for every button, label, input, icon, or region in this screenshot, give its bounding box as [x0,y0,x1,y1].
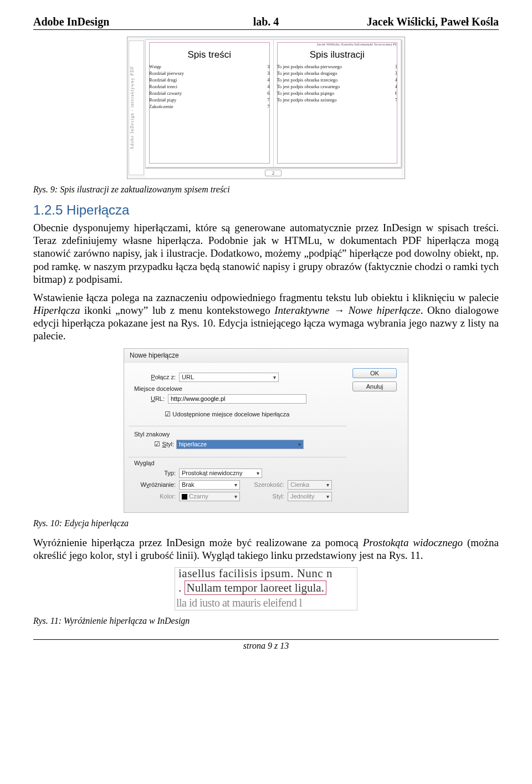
linkto-label: Połącz z: [134,374,179,380]
page-number-box: 2 [265,170,282,176]
toc-row: Zakończenie7 [149,104,270,109]
figure-hyperlink-sample: iasellus facilisis ipsum. Nunc n . Nulla… [175,567,357,610]
page-meta: Jacek Wiślicki, Katedra Informatyki Stos… [277,42,398,47]
page-header: Adobe InDesign lab. 4 Jacek Wiślicki, Pa… [33,16,499,30]
figure-toc-spread: Adobe InDesign - interaktywny PDF Spis t… [127,37,405,179]
document-spread: Spis treści Wstęp3Rozdział pierwszy3Rozd… [145,39,401,167]
page-footer: strona 9 z 13 [33,639,499,651]
visible-hyperlink-box: Nullam tempor laoreet ligula. [185,581,326,595]
page-meta [149,42,270,47]
type-label: Typ: [134,470,179,476]
linkto-dropdown[interactable]: URL [179,373,279,382]
dialog-new-hyperlink: Nowe hiperłącze Połącz z: URL Miejsce do… [124,348,408,513]
text: Wstawienie łącza polega na zaznaczeniu o… [33,292,499,303]
toc-row: To jest podpis obrazka piątego6 [277,90,398,96]
rulestyle-label: Styl: [240,493,288,500]
toc-row: Rozdział trzeci4 [149,84,270,89]
charstyle-header: Styl znakowy [134,431,347,437]
toc-row: To jest podpis obrazka trzeciego4 [277,77,398,83]
share-destination-checkbox[interactable]: Udostępnione miejsce docelowe hiperłącza [165,410,289,418]
page-indicator-bar: 2 [145,168,401,177]
paragraph-2: Wstawienie łącza polega na zaznaczeniu o… [33,291,499,343]
section-heading: 1.2.5 Hiperłącza [33,202,499,218]
header-left: Adobe InDesign [33,16,253,28]
destination-header: Miejsce docelowe [134,385,347,392]
type-dropdown[interactable]: Prostokąt niewidoczny [179,469,262,478]
header-mid: lab. 4 [253,16,279,28]
toc-row: To jest podpis obrazka szóstego7 [277,97,398,103]
menu-path: Interaktywne → Nowe hiperłącze [274,304,420,316]
page-right: Jacek Wiślicki, Katedra Informatyki Stos… [274,39,402,167]
toc-row: Rozdział czwarty6 [149,90,270,96]
text: Wyróżnienie hiperłącza przez InDesign mo… [33,537,363,548]
sample-line-2: . Nullam tempor laoreet ligula. [175,581,357,595]
text: ikonki „nowy” lub z menu kontekstowego [80,304,274,316]
width-label: Szerokość: [240,481,288,488]
url-label: URL: [134,395,168,402]
sample-line-1: iasellus facilisis ipsum. Nunc n [175,567,357,581]
toc-row: Wstęp3 [149,64,270,69]
highlight-dropdown[interactable]: Brak [179,480,240,490]
cancel-button[interactable]: Anuluj [352,381,397,391]
toc-row: Rozdział piąty7 [149,97,270,103]
toc-row: To jest podpis obrazka czwartego4 [277,84,398,89]
toc-row: To jest podpis obrazka pierwszego3 [277,64,398,69]
toc-list-left: Wstęp3Rozdział pierwszy3Rozdział drugi4R… [149,64,270,109]
toc-title: Spis treści [149,49,270,60]
ok-button[interactable]: OK [352,368,397,378]
paragraph-3: Wyróżnienie hiperłącza przez InDesign mo… [33,536,499,562]
sample-line-3: lla id iusto at mauris eleifend l [175,596,357,609]
page-left: Spis treści Wstęp3Rozdział pierwszy3Rozd… [145,39,274,167]
toc-list-right: To jest podpis obrazka pierwszego3To jes… [277,64,398,103]
appearance-header: Wygląd [134,460,347,466]
figure-caption-9: Rys. 9: Spis ilustracji ze zaktualizowan… [33,185,499,195]
toc-row: Rozdział drugi4 [149,77,270,83]
dialog-title: Nowe hiperłącze [124,349,408,363]
paragraph-1: Obecnie dysponujemy hiperłączami, które … [33,221,499,286]
url-input[interactable] [168,394,306,404]
style-checkbox[interactable]: Styl: [146,440,174,448]
figure-caption-11: Rys. 11: Wyróżnienie hiperłącza w InDesi… [33,616,499,626]
rulestyle-dropdown: Jednolity [288,492,332,501]
toc-row: Rozdział pierwszy3 [149,70,270,76]
illus-title: Spis ilustracji [277,49,398,60]
feature-name: Prostokąta widocznego [363,537,463,548]
toc-row: To jest podpis obrazka drugiego3 [277,70,398,76]
app-titlebar-vertical: Adobe InDesign - interaktywny PDF [129,40,144,175]
width-dropdown: Cienka [288,480,332,490]
highlight-label: Wyróżnianie: [134,481,179,488]
color-dropdown: Czarny [179,492,240,501]
figure-caption-10: Rys. 10: Edycja hiperłącza [33,518,499,528]
color-label: Kolor: [134,493,179,500]
charstyle-dropdown[interactable]: hiperlacze [176,440,304,449]
header-right: Jacek Wiślicki, Paweł Kośla [279,16,499,28]
palette-name: Hiperłącza [33,304,80,316]
